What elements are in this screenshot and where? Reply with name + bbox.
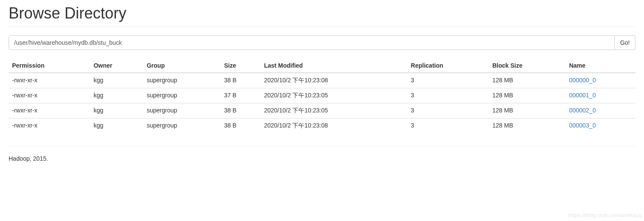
cell-name: 000002_0	[566, 103, 635, 118]
col-group: Group	[143, 59, 221, 73]
page-title: Browse Directory	[9, 4, 635, 22]
col-owner: Owner	[90, 59, 144, 73]
cell-permission: -rwxr-xr-x	[9, 73, 90, 88]
file-link[interactable]: 000000_0	[569, 77, 596, 84]
table-row: -rwxr-xr-xkggsupergroup38 B2020/10/2 下午1…	[9, 103, 635, 118]
cell-size: 38 B	[221, 118, 261, 134]
col-block-size: Block Size	[489, 59, 565, 73]
cell-block_size: 128 MB	[489, 88, 565, 103]
file-link[interactable]: 000001_0	[569, 92, 596, 99]
table-header-row: Permission Owner Group Size Last Modifie…	[9, 59, 635, 73]
cell-replication: 3	[408, 88, 489, 103]
cell-replication: 3	[408, 73, 489, 88]
cell-block_size: 128 MB	[489, 103, 565, 118]
cell-replication: 3	[408, 103, 489, 118]
col-last-modified: Last Modified	[261, 59, 407, 73]
cell-size: 37 B	[221, 88, 261, 103]
file-link[interactable]: 000003_0	[569, 122, 596, 129]
cell-name: 000003_0	[566, 118, 635, 134]
cell-permission: -rwxr-xr-x	[9, 103, 90, 118]
cell-size: 38 B	[221, 73, 261, 88]
cell-block_size: 128 MB	[489, 73, 565, 88]
path-input[interactable]	[9, 35, 615, 50]
cell-group: supergroup	[143, 118, 221, 134]
cell-last_modified: 2020/10/2 下午10:23:08	[261, 118, 407, 134]
cell-last_modified: 2020/10/2 下午10:23:05	[261, 88, 407, 103]
page-header: Browse Directory	[9, 4, 635, 27]
cell-size: 38 B	[221, 103, 261, 118]
go-button[interactable]: Go!	[615, 35, 635, 50]
table-row: -rwxr-xr-xkggsupergroup38 B2020/10/2 下午1…	[9, 73, 635, 88]
cell-group: supergroup	[143, 73, 221, 88]
cell-last_modified: 2020/10/2 下午10:23:08	[261, 73, 407, 88]
cell-block_size: 128 MB	[489, 118, 565, 134]
col-permission: Permission	[9, 59, 90, 73]
cell-last_modified: 2020/10/2 下午10:23:05	[261, 103, 407, 118]
footer-divider	[9, 146, 635, 146]
table-row: -rwxr-xr-xkggsupergroup38 B2020/10/2 下午1…	[9, 118, 635, 134]
col-name: Name	[566, 59, 635, 73]
cell-name: 000000_0	[566, 73, 635, 88]
cell-group: supergroup	[143, 88, 221, 103]
file-link[interactable]: 000002_0	[569, 107, 596, 114]
cell-owner: kgg	[90, 73, 144, 88]
cell-permission: -rwxr-xr-x	[9, 88, 90, 103]
cell-group: supergroup	[143, 103, 221, 118]
col-replication: Replication	[408, 59, 489, 73]
path-input-group: Go!	[9, 35, 635, 50]
cell-owner: kgg	[90, 118, 144, 134]
cell-owner: kgg	[90, 88, 144, 103]
table-row: -rwxr-xr-xkggsupergroup37 B2020/10/2 下午1…	[9, 88, 635, 103]
directory-table: Permission Owner Group Size Last Modifie…	[9, 59, 635, 133]
cell-replication: 3	[408, 118, 489, 134]
col-size: Size	[221, 59, 261, 73]
cell-permission: -rwxr-xr-x	[9, 118, 90, 134]
cell-owner: kgg	[90, 103, 144, 118]
cell-name: 000001_0	[566, 88, 635, 103]
footer-text: Hadoop, 2015.	[9, 155, 635, 162]
